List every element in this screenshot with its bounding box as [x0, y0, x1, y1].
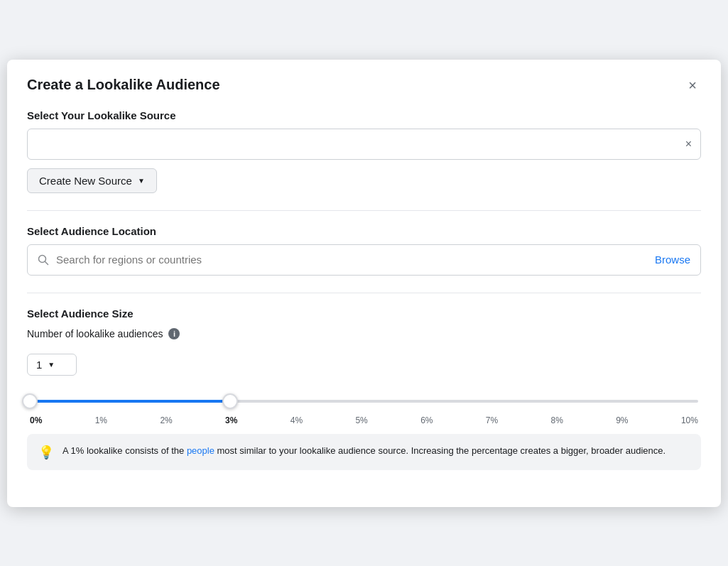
create-new-source-button[interactable]: Create New Source ▼: [27, 168, 157, 193]
source-section: Select Your Lookalike Source × Create Ne…: [27, 109, 701, 193]
source-input-clear-button[interactable]: ×: [685, 138, 692, 151]
slider-label-9: 9%: [616, 415, 628, 425]
source-section-label: Select Your Lookalike Source: [27, 109, 701, 121]
modal-title: Create a Lookalike Audience: [27, 77, 220, 93]
svg-line-1: [45, 261, 48, 264]
info-text: A 1% lookalike consists of the people mo…: [63, 444, 665, 458]
create-new-source-dropdown-icon: ▼: [138, 177, 145, 185]
bulb-icon: 💡: [38, 445, 54, 460]
slider-label-7: 7%: [486, 415, 498, 425]
audience-count-arrow-icon: ▼: [48, 361, 55, 369]
info-box: 💡 A 1% lookalike consists of the people …: [27, 434, 701, 470]
slider-label-10: 10%: [681, 415, 698, 425]
slider-label-6: 6%: [420, 415, 433, 425]
slider-label-5: 5%: [355, 415, 367, 425]
search-icon: [38, 254, 49, 266]
slider-track-container: [30, 393, 698, 410]
slider-label-3: 3%: [225, 415, 237, 425]
audience-count-value: 1: [36, 359, 42, 371]
info-text-before: A 1% lookalike consists of the: [63, 445, 187, 456]
info-icon: i: [168, 328, 180, 339]
info-people-link[interactable]: people: [187, 445, 214, 456]
divider-2: [27, 293, 701, 293]
modal-container: Create a Lookalike Audience × Select You…: [7, 60, 721, 507]
slider-label-8: 8%: [551, 415, 563, 425]
slider-fill: [30, 400, 230, 403]
slider-section: 0% 1% 2% 3% 4% 5% 6% 7% 8% 9% 10%: [27, 393, 701, 425]
size-section: Select Audience Size Number of lookalike…: [27, 308, 701, 470]
location-section: Select Audience Location Browse: [27, 225, 701, 276]
modal-header: Create a Lookalike Audience ×: [27, 77, 701, 94]
audience-count-label: Number of lookalike audiences: [27, 328, 163, 339]
slider-label-1: 1%: [95, 415, 107, 425]
audience-count-row: Number of lookalike audiences i: [27, 328, 701, 339]
slider-label-0: 0%: [30, 415, 42, 425]
divider-1: [27, 210, 701, 211]
source-input[interactable]: [36, 138, 685, 150]
slider-thumb-right[interactable]: [222, 393, 238, 409]
slider-track: [30, 400, 698, 403]
location-search-input[interactable]: [56, 254, 655, 266]
location-search-wrapper: Browse: [27, 244, 701, 276]
slider-label-4: 4%: [290, 415, 303, 425]
info-text-after: most similar to your lookalike audience …: [214, 445, 665, 456]
create-new-source-label: Create New Source: [39, 175, 132, 187]
source-input-wrapper: ×: [27, 129, 701, 160]
location-section-label: Select Audience Location: [27, 225, 701, 237]
slider-labels: 0% 1% 2% 3% 4% 5% 6% 7% 8% 9% 10%: [30, 415, 698, 425]
size-section-label: Select Audience Size: [27, 308, 701, 320]
slider-label-2: 2%: [160, 415, 172, 425]
slider-thumb-left[interactable]: [22, 393, 38, 409]
audience-count-select[interactable]: 1 ▼: [27, 354, 77, 376]
browse-button[interactable]: Browse: [655, 254, 690, 266]
close-button[interactable]: ×: [684, 77, 701, 94]
